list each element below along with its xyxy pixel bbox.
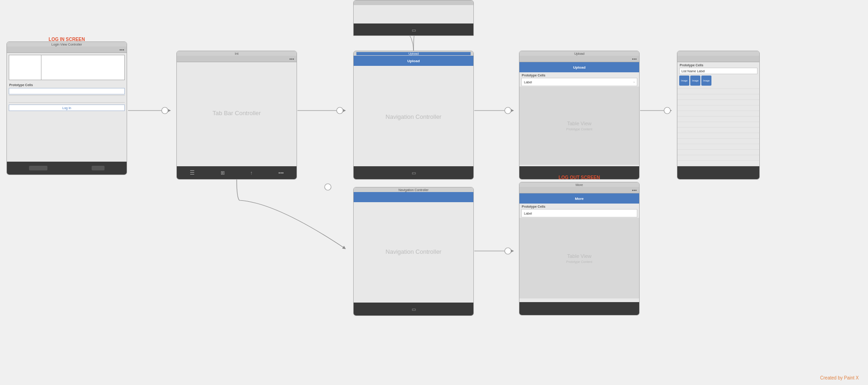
upload-table-body: Table View Prototype Content <box>519 87 639 165</box>
login-frame: Login View Controller ●●● Prototype Cell… <box>6 41 127 175</box>
tabbar-status-bar: Int <box>177 51 297 56</box>
nav-bot-screen-title: Navigation Controller <box>356 188 471 192</box>
tabbar-frame: Int ●●● Tab Bar Controller ☰ ⊞ ↑ ••• <box>176 51 297 180</box>
canvas: LOG IN SCREEN Login View Controller ●●● … <box>0 0 868 385</box>
tab-more-icon[interactable]: ••• <box>279 170 284 175</box>
svg-point-10 <box>505 248 511 254</box>
tv-right-list-name: List Name Label <box>679 68 757 74</box>
login-prototype-label: Prototype Cells <box>7 82 127 87</box>
nav-top-label: Navigation Controller <box>385 113 441 120</box>
nav-bot-status: Navigation Controller <box>354 187 473 192</box>
more-screen-title: More <box>522 183 636 187</box>
nav-bot-content: Navigation Controller <box>354 202 473 301</box>
logout-screen-label: LOG OUT SCREEN <box>519 175 640 180</box>
svg-point-5 <box>505 107 511 114</box>
watermark: Created by Paint X <box>820 375 859 380</box>
login-divider1 <box>9 95 125 96</box>
tv-image-2: Image <box>690 76 700 86</box>
upload-table-sub: Prototype Content <box>566 128 592 131</box>
nav-top-tabbar: ▭ <box>354 166 473 179</box>
upload-nav-status: Upload <box>519 51 639 56</box>
login-nav-bar: ●●● <box>7 47 127 53</box>
nav-top-frame: Upload Upload Navigation Controller ▭ <box>353 51 474 180</box>
nav-bot-navbar <box>354 192 473 202</box>
nav-top-navbar: Upload <box>354 56 473 66</box>
upload-nav-dots: ●●● <box>632 58 637 60</box>
tab-list-icon[interactable]: ☰ <box>190 169 195 176</box>
more-frame: More ●●● More Prototype Cells Label Tabl… <box>519 182 640 315</box>
upload-nav-title: Upload <box>573 65 585 70</box>
top-partial-tabbar: ▭ <box>354 23 473 36</box>
tv-right-tabbar <box>677 166 759 179</box>
more-nav-title: More <box>575 197 583 201</box>
nav-top-content: Navigation Controller <box>354 66 473 167</box>
nav-top-title: Upload <box>407 59 419 63</box>
top-partial-content <box>354 5 473 23</box>
more-table-body: Table View Prototype Content <box>519 218 639 298</box>
svg-point-1 <box>162 107 168 114</box>
nav-top-upload-label: Upload <box>356 52 471 55</box>
more-table-label: Table View <box>567 253 592 259</box>
login-image-area <box>9 55 125 80</box>
tab-upload-icon[interactable]: ↑ <box>250 170 253 175</box>
tabbar-dots: ●●● <box>289 58 294 60</box>
login-input-field[interactable] <box>9 88 125 94</box>
nav-top-status: Upload <box>354 51 473 56</box>
login-bottom-bar <box>7 162 127 175</box>
tv-image-1: Image <box>679 76 689 86</box>
top-partial-icon: ▭ <box>412 28 416 33</box>
nav-bot-frame: Navigation Controller Navigation Control… <box>353 187 474 316</box>
svg-point-7 <box>664 107 670 114</box>
login-status-bar: Login View Controller <box>7 42 127 47</box>
nav-bot-label: Navigation Controller <box>385 248 441 255</box>
login-button[interactable]: Log In <box>9 105 125 111</box>
more-cell-label: Label <box>521 209 637 217</box>
top-partial-frame: ▭ <box>353 0 474 36</box>
login-row1 <box>9 97 125 101</box>
tabbar-tabs[interactable]: ☰ ⊞ ↑ ••• <box>177 166 297 179</box>
tab-grid-icon[interactable]: ⊞ <box>221 170 225 176</box>
more-prototype-label: Prototype Cells <box>519 204 639 209</box>
tabbar-title: Int <box>180 52 294 55</box>
svg-point-3 <box>337 107 343 114</box>
login-btn1[interactable] <box>29 166 47 170</box>
upload-nav-topbar: ●●● <box>519 56 639 62</box>
svg-point-8 <box>325 184 331 190</box>
tv-image-3: Image <box>701 76 711 86</box>
tv-right-content <box>677 87 759 172</box>
tv-right-status <box>677 51 759 56</box>
nav-top-tab-icon: ▭ <box>412 170 416 175</box>
upload-cell-label: Label <box>521 78 637 86</box>
login-btn2[interactable] <box>92 166 105 170</box>
tv-right-topbar <box>677 56 759 62</box>
upload-nav-screen-title: Upload <box>522 52 636 55</box>
nav-bot-tabbar: ▭ <box>354 303 473 315</box>
login-status-icons: Login View Controller <box>10 43 124 46</box>
nav-bot-icon: ▭ <box>412 307 416 312</box>
more-tabbar <box>519 302 639 315</box>
more-navbar: More <box>519 193 639 204</box>
tabbar-controller-label: Tab Bar Controller <box>213 110 261 117</box>
login-nav-dots: ●●● <box>119 48 124 51</box>
top-partial-status <box>354 0 473 5</box>
tabbar-content: Tab Bar Controller <box>177 62 297 163</box>
tv-right-images: Image Image Image <box>677 75 759 87</box>
login-image-left <box>9 55 41 80</box>
upload-nav-navbar: Upload <box>519 62 639 72</box>
upload-prototype-label: Prototype Cells <box>519 72 639 77</box>
more-table-sub: Prototype Content <box>566 260 592 263</box>
more-topbar: ●●● <box>519 187 639 193</box>
tableview-right-frame: Prototype Cells List Name Label Image Im… <box>677 51 760 180</box>
more-status: More <box>519 182 639 187</box>
upload-nav-frame: Upload ●●● Upload Prototype Cells Label … <box>519 51 640 180</box>
upload-table-label: Table View <box>567 121 592 126</box>
tabbar-nav: ●●● <box>177 56 297 62</box>
login-divider2 <box>9 102 125 103</box>
tv-right-prototype-label: Prototype Cells <box>677 62 759 67</box>
login-image-right <box>41 55 124 80</box>
more-dots: ●●● <box>632 189 637 192</box>
